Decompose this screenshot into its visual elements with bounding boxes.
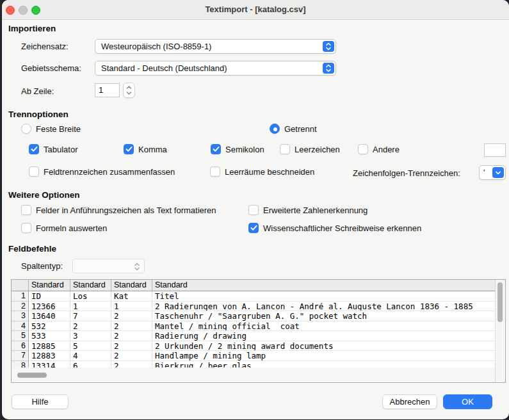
radio-selected-icon xyxy=(270,124,280,134)
section-importieren-heading: Importieren xyxy=(8,24,56,33)
checkbox-quoted-as-text[interactable]: Felder in Anführungszeichen als Text for… xyxy=(21,205,216,215)
column-type-select xyxy=(72,259,145,273)
column-header[interactable]: Standard xyxy=(70,280,111,291)
ok-button[interactable]: OK xyxy=(443,394,492,409)
table-row[interactable]: 1 ID Los Kat Titel xyxy=(12,291,505,302)
table-row[interactable]: 5 533 3 2 Radierung / drawing xyxy=(12,331,505,341)
desktop-background: Textimport - [katalog.csv] Importieren Z… xyxy=(0,0,509,420)
textimport-dialog: Textimport - [katalog.csv] Importieren Z… xyxy=(2,0,509,419)
radio-icon xyxy=(21,124,31,134)
charset-select[interactable]: Westeuropäisch (ISO-8859-1) xyxy=(95,39,336,54)
from-row-input[interactable]: 1 xyxy=(95,83,120,97)
up-down-chevrons-icon xyxy=(323,63,334,74)
checkbox-andere[interactable]: Andere xyxy=(358,144,400,154)
checkbox-icon xyxy=(29,166,39,177)
checkbox-checked-icon xyxy=(29,144,39,154)
horizontal-scrollbar[interactable] xyxy=(12,368,496,382)
section-weitere-optionen-heading: Weitere Optionen xyxy=(8,190,80,200)
table-row[interactable]: 6 12885 5 2 2 Urkunden / 2 mining award … xyxy=(12,341,505,351)
checkbox-checked-icon xyxy=(248,223,259,233)
string-delimiter-value: ' xyxy=(483,166,485,179)
table-row[interactable]: 4 532 2 2 Mantel / mining official coat xyxy=(12,321,505,332)
other-separator-input[interactable] xyxy=(484,143,506,157)
checkbox-icon xyxy=(358,144,368,154)
checkbox-icon xyxy=(248,205,259,215)
column-header[interactable] xyxy=(12,280,29,291)
checkbox-formeln-auswerten[interactable]: Formeln auswerten xyxy=(21,223,107,233)
up-down-chevrons-icon xyxy=(125,84,133,97)
locale-select[interactable]: Standard - Deutsch (Deutschland) xyxy=(95,61,336,76)
checkbox-tabulator[interactable]: Tabulator xyxy=(29,144,77,154)
section-trennoptionen-heading: Trennoptionen xyxy=(8,109,69,119)
column-type-label: Spaltentyp: xyxy=(21,261,63,271)
column-header[interactable]: Standard xyxy=(29,280,70,291)
table-body: 1 ID Los Kat Titel 2 12366 1 1 2 Radieru… xyxy=(12,291,505,369)
horizontal-scrollbar-thumb[interactable] xyxy=(17,373,47,378)
table-row[interactable]: 2 12366 1 1 2 Radierungen von A. Lancon … xyxy=(12,302,505,312)
from-row-stepper[interactable] xyxy=(123,83,135,98)
titlebar: Textimport - [katalog.csv] xyxy=(2,0,509,20)
up-down-chevrons-icon xyxy=(134,262,140,273)
checkbox-icon xyxy=(21,223,31,233)
radio-feste-breite[interactable]: Feste Breite xyxy=(21,124,81,134)
charset-label: Zeichensatz: xyxy=(21,42,69,51)
section-feldbefehle-heading: Feldbefehle xyxy=(8,244,56,254)
table-row[interactable]: 7 12883 4 2 Handlampe / mining lamp xyxy=(12,351,505,361)
checkbox-wissenschaftliche-schreibweise[interactable]: Wissenschaftlicher Schreibweise erkennen xyxy=(248,223,421,233)
help-button[interactable]: Hilfe xyxy=(12,394,69,409)
preview-table: Standard Standard Standard Standard 1 ID… xyxy=(11,279,506,383)
checkbox-checked-icon xyxy=(211,144,221,154)
window-title: Textimport - [katalog.csv] xyxy=(2,0,509,19)
checkbox-leerzeichen[interactable]: Leerzeichen xyxy=(280,144,340,154)
string-delimiter-label: Zeichenfolgen-Trennzeichen: xyxy=(353,168,460,178)
locale-label: Gebietsschema: xyxy=(21,63,81,73)
radio-getrennt[interactable]: Getrennt xyxy=(270,124,317,134)
checkbox-icon xyxy=(280,144,290,154)
checkbox-semikolon[interactable]: Semikolon xyxy=(211,144,264,154)
vertical-scrollbar-thumb[interactable] xyxy=(497,282,503,322)
column-header[interactable]: Standard xyxy=(111,280,152,291)
cancel-button[interactable]: Abbrechen xyxy=(382,394,437,409)
checkbox-komma[interactable]: Komma xyxy=(124,144,167,154)
from-row-label: Ab Zeile: xyxy=(21,86,54,96)
checkbox-erweiterte-zahlenerkennung[interactable]: Erweiterte Zahlenerkennung xyxy=(248,205,368,215)
checkbox-checked-icon xyxy=(124,144,134,154)
charset-select-value: Westeuropäisch (ISO-8859-1) xyxy=(101,40,211,53)
checkbox-leerraeume-beschneiden[interactable]: Leerräume beschneiden xyxy=(210,166,314,177)
checkbox-feldtrennzeichen-zusammenfassen[interactable]: Feldtrennzeichen zusammenfassen xyxy=(29,166,175,177)
vertical-scrollbar[interactable] xyxy=(495,280,505,382)
up-down-chevrons-icon xyxy=(323,41,334,52)
locale-select-value: Standard - Deutsch (Deutschland) xyxy=(101,61,227,75)
table-header-row: Standard Standard Standard Standard xyxy=(12,280,505,291)
column-header[interactable]: Standard xyxy=(152,280,505,291)
string-delimiter-select[interactable]: ' xyxy=(479,165,506,180)
checkbox-icon xyxy=(210,166,220,177)
checkbox-icon xyxy=(21,205,31,215)
table-row[interactable]: 3 13640 7 2 Taschenuhr / "Saargruben A. … xyxy=(12,311,505,321)
chevron-down-icon xyxy=(492,167,504,178)
